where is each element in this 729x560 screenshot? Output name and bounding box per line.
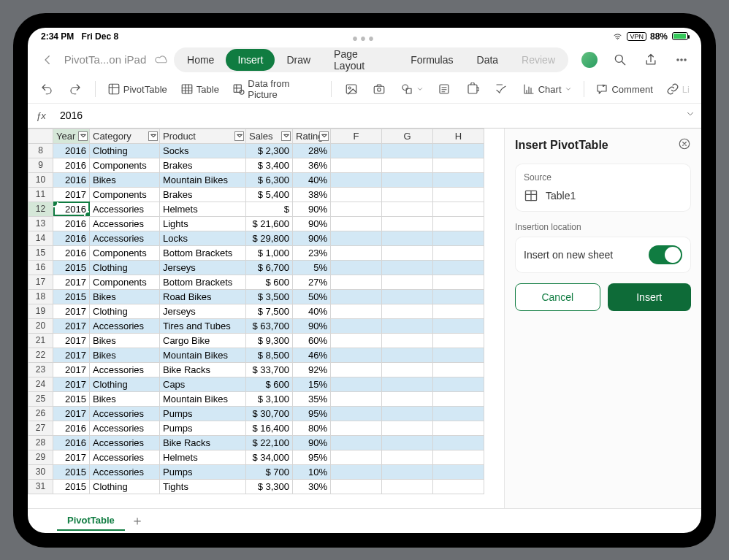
cell[interactable] — [433, 464, 484, 479]
cell[interactable]: 2015 — [53, 479, 90, 494]
cell[interactable] — [382, 231, 433, 245]
cell[interactable]: Brakes — [160, 187, 246, 202]
cell[interactable] — [433, 245, 484, 260]
cell[interactable] — [331, 479, 382, 494]
cell[interactable]: Bottom Brackets — [160, 245, 246, 260]
cell[interactable] — [331, 421, 382, 435]
cell[interactable] — [382, 362, 433, 377]
cell[interactable]: 95% — [293, 450, 331, 464]
cell[interactable]: Pumps — [160, 464, 246, 479]
cell[interactable] — [331, 158, 382, 172]
cell[interactable]: Bike Racks — [160, 362, 246, 377]
cell[interactable]: 2017 — [53, 450, 90, 464]
new-sheet-toggle[interactable] — [649, 245, 682, 264]
cell[interactable]: Clothing — [90, 304, 160, 318]
cell[interactable] — [382, 304, 433, 318]
cell[interactable]: Clothing — [90, 479, 160, 494]
cell[interactable]: Accessories — [90, 362, 160, 377]
cell[interactable] — [331, 245, 382, 260]
ribbon-tab-review[interactable]: Review — [510, 49, 567, 71]
more-button[interactable] — [669, 47, 694, 72]
cell[interactable]: 90% — [293, 202, 331, 216]
cell[interactable]: Clothing — [90, 143, 160, 158]
row-header[interactable]: 15 — [28, 245, 53, 260]
row-header[interactable]: 10 — [28, 172, 53, 187]
cell[interactable]: Brakes — [160, 158, 246, 172]
cell[interactable]: 2017 — [53, 333, 90, 348]
cell[interactable] — [331, 202, 382, 216]
cell[interactable] — [331, 318, 382, 333]
row-header[interactable]: 29 — [28, 450, 53, 464]
cell[interactable]: 5% — [293, 260, 331, 275]
cell[interactable]: Clothing — [90, 377, 160, 391]
cell[interactable]: Bikes — [90, 172, 160, 187]
cell[interactable]: Bottom Brackets — [160, 275, 246, 289]
cell[interactable]: Caps — [160, 377, 246, 391]
cell[interactable]: Bikes — [90, 289, 160, 304]
cell[interactable]: Lights — [160, 216, 246, 231]
cell[interactable]: 2015 — [53, 289, 90, 304]
redo-button[interactable] — [64, 77, 88, 101]
cell[interactable]: 2017 — [53, 304, 90, 318]
cell[interactable] — [382, 464, 433, 479]
cell[interactable] — [382, 289, 433, 304]
share-button[interactable] — [638, 47, 663, 72]
cell[interactable] — [331, 406, 382, 421]
col-header-h[interactable]: H — [433, 129, 484, 143]
row-header[interactable]: 27 — [28, 421, 53, 435]
cell[interactable]: $ 16,400 — [246, 421, 293, 435]
cell[interactable]: 27% — [293, 275, 331, 289]
cell[interactable]: $ 22,100 — [246, 435, 293, 450]
addins-button[interactable] — [461, 77, 485, 101]
row-header[interactable]: 20 — [28, 318, 53, 333]
cell[interactable]: 2015 — [53, 391, 90, 406]
cell[interactable] — [331, 172, 382, 187]
cell[interactable] — [382, 275, 433, 289]
cell[interactable]: 2015 — [53, 464, 90, 479]
cell[interactable] — [433, 289, 484, 304]
cell[interactable] — [433, 202, 484, 216]
spreadsheet-grid[interactable]: YearCategoryProductSalesRatingFGH82016Cl… — [28, 129, 504, 508]
ribbon-tab-data[interactable]: Data — [465, 49, 511, 71]
cell[interactable]: 40% — [293, 304, 331, 318]
cell[interactable] — [382, 333, 433, 348]
cell[interactable] — [433, 450, 484, 464]
row-header[interactable]: 13 — [28, 216, 53, 231]
formula-expand-button[interactable] — [679, 109, 701, 122]
cell[interactable] — [331, 187, 382, 202]
cell[interactable]: 38% — [293, 187, 331, 202]
cell[interactable] — [433, 172, 484, 187]
shapes-button[interactable] — [396, 83, 428, 96]
cell[interactable] — [433, 318, 484, 333]
cell[interactable]: $ 1,000 — [246, 245, 293, 260]
cell[interactable]: Bikes — [90, 348, 160, 362]
cell[interactable] — [382, 202, 433, 216]
col-header-year[interactable]: Year — [53, 129, 90, 143]
cell[interactable]: $ 3,100 — [246, 391, 293, 406]
ribbon-tab-draw[interactable]: Draw — [275, 49, 322, 71]
row-header[interactable]: 26 — [28, 406, 53, 421]
col-header-g[interactable]: G — [382, 129, 433, 143]
cell[interactable]: 28% — [293, 143, 331, 158]
row-header[interactable]: 8 — [28, 143, 53, 158]
row-header[interactable]: 17 — [28, 275, 53, 289]
cell[interactable]: 35% — [293, 391, 331, 406]
cell[interactable] — [433, 216, 484, 231]
cell[interactable] — [433, 275, 484, 289]
cell[interactable]: Mountain Bikes — [160, 172, 246, 187]
undo-button[interactable] — [35, 77, 59, 101]
row-header[interactable]: 28 — [28, 435, 53, 450]
cell[interactable] — [331, 260, 382, 275]
row-header[interactable]: 23 — [28, 362, 53, 377]
add-sheet-button[interactable]: ＋ — [125, 510, 150, 531]
cell[interactable] — [382, 158, 433, 172]
cell[interactable]: 2017 — [53, 362, 90, 377]
cell[interactable]: Socks — [160, 143, 246, 158]
data-from-picture-button[interactable]: Data from Picture — [228, 78, 324, 100]
cell[interactable]: $ 34,000 — [246, 450, 293, 464]
cell[interactable]: $ 2,300 — [246, 143, 293, 158]
cell[interactable]: $ 63,700 — [246, 318, 293, 333]
select-all-corner[interactable] — [28, 129, 53, 143]
ribbon-tab-insert[interactable]: Insert — [226, 49, 275, 71]
cell[interactable] — [433, 260, 484, 275]
